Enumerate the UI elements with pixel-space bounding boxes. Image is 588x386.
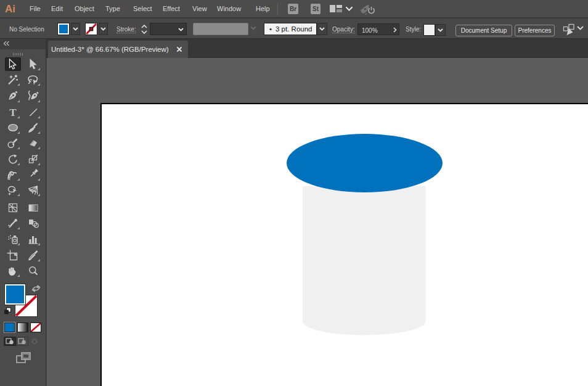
svg-text:T: T [9, 107, 17, 118]
